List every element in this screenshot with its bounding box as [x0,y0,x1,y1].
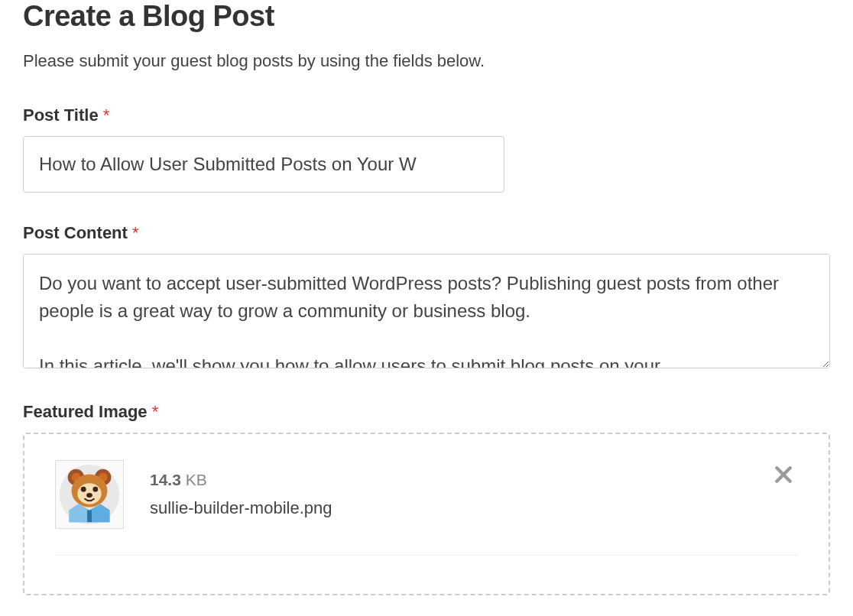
label-text: Featured Image [23,402,148,421]
label-text: Post Title [23,105,99,125]
post-content-label: Post Content * [23,223,830,243]
post-content-textarea[interactable] [23,254,830,368]
form-title: Create a Blog Post [23,0,830,33]
file-size-number: 14.3 [150,471,181,488]
post-title-label: Post Title * [23,105,830,125]
label-text: Post Content [23,223,128,242]
file-size-unit: KB [186,471,207,488]
field-featured-image: Featured Image * [23,402,830,595]
upload-dropzone[interactable]: 14.3 KB sullie-builder-mobile.png [23,433,830,595]
post-title-input[interactable] [23,136,504,193]
required-marker: * [152,402,159,421]
file-size: 14.3 KB [150,471,769,489]
field-post-title: Post Title * [23,105,830,193]
svg-point-8 [92,487,98,492]
svg-point-9 [86,493,92,498]
remove-file-button[interactable] [769,460,798,489]
form-description: Please submit your guest blog posts by u… [23,48,830,73]
field-post-content: Post Content * [23,223,830,371]
featured-image-label: Featured Image * [23,402,830,422]
file-thumbnail [55,460,124,529]
required-marker: * [132,223,139,242]
required-marker: * [103,105,110,125]
file-name: sullie-builder-mobile.png [150,498,769,518]
file-meta: 14.3 KB sullie-builder-mobile.png [150,471,769,518]
svg-point-7 [81,487,86,492]
close-icon [774,465,793,485]
uploaded-file-item: 14.3 KB sullie-builder-mobile.png [55,460,798,556]
svg-rect-10 [87,511,92,523]
sullie-avatar-icon [56,460,123,529]
